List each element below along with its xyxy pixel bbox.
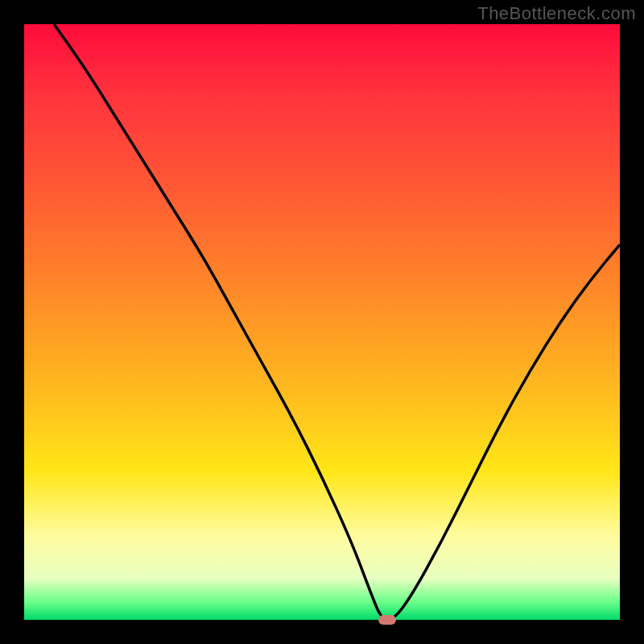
plot-area (24, 24, 620, 620)
bottleneck-curve-path (54, 24, 620, 620)
bottleneck-curve-svg (24, 24, 620, 620)
optimal-marker (378, 615, 396, 625)
chart-frame: TheBottleneck.com (0, 0, 644, 644)
watermark-text: TheBottleneck.com (477, 3, 636, 24)
